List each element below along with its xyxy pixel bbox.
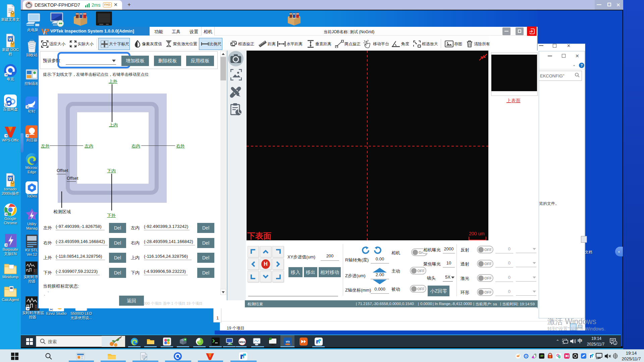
svg-text:W: W	[8, 37, 12, 42]
svg-text:W: W	[8, 176, 12, 181]
svg-text:vis: vis	[286, 340, 290, 343]
svg-text:MSG: MSG	[239, 341, 245, 344]
svg-text:200 um: 200 um	[469, 231, 485, 236]
svg-text:S: S	[549, 355, 551, 358]
svg-text:5: 5	[614, 342, 616, 345]
